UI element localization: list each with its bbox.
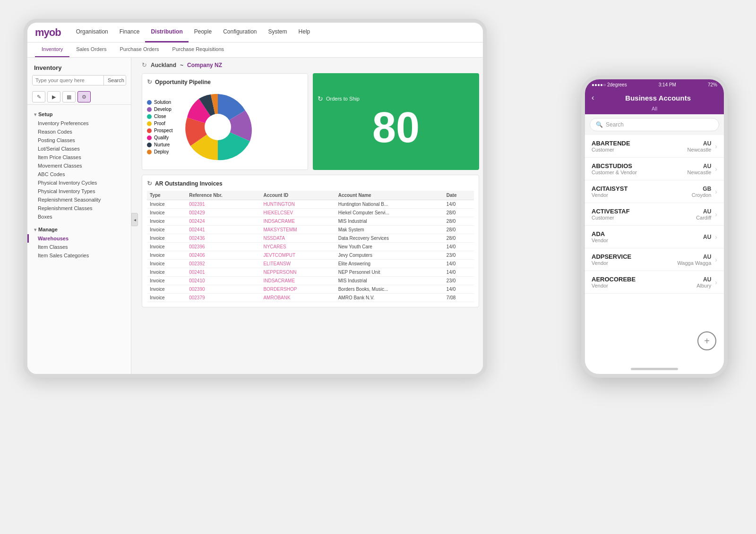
- sidebar-link-physical-cycles[interactable]: Physical Inventory Cycles: [27, 178, 131, 187]
- cell-account-id[interactable]: NYCARES: [260, 243, 335, 251]
- cell-account-id[interactable]: AMROBANK: [260, 294, 335, 302]
- phone-item-type: Vendor: [592, 192, 692, 198]
- phone-nav-subtitle: All: [585, 106, 724, 114]
- dashboard-grid: ↻ Opportunity Pipeline Solution: [142, 73, 479, 307]
- sidebar-title: Inventory: [27, 62, 131, 75]
- pie-chart-container: Solution Develop Close: [147, 89, 303, 165]
- cell-ref[interactable]: 002401: [186, 268, 260, 277]
- nav-configuration[interactable]: Configuration: [217, 23, 262, 42]
- subnav-sales-orders[interactable]: Sales Orders: [69, 42, 113, 57]
- cell-account-id[interactable]: HIEKELCSEV: [260, 209, 335, 217]
- cell-ref[interactable]: 002390: [186, 285, 260, 294]
- phone-item-type: Customer: [592, 215, 696, 220]
- sidebar-search-bar: Search: [32, 75, 126, 85]
- toolbar-edit-button[interactable]: ✎: [32, 91, 45, 102]
- phone-fab-button[interactable]: +: [697, 331, 716, 350]
- phone-list-item[interactable]: ADPSERVICE Vendor AU Wagga Wagga ›: [585, 248, 724, 271]
- sidebar-link-abc-codes[interactable]: ABC Codes: [27, 170, 131, 178]
- sidebar-link-warehouses[interactable]: Warehouses: [27, 234, 131, 243]
- phone-list-item[interactable]: ADA Vendor AU ›: [585, 226, 724, 248]
- sidebar-link-physical-types[interactable]: Physical Inventory Types: [27, 187, 131, 195]
- subnav-purchase-orders[interactable]: Purchase Orders: [113, 42, 165, 57]
- legend-dot-qualify: [147, 136, 152, 140]
- collapse-sidebar-button[interactable]: ◂: [131, 213, 138, 226]
- phone-item-info: ADA Vendor: [592, 230, 703, 243]
- sidebar-setup-section: Setup Inventory Preferences Reason Codes…: [27, 108, 131, 223]
- invoices-table: Type Reference Nbr. Account ID Account N…: [147, 191, 474, 302]
- cell-ref[interactable]: 002429: [186, 209, 260, 217]
- phone-item-name: ABARTENDE: [592, 140, 687, 147]
- myob-logo: myob: [35, 26, 61, 39]
- cell-ref[interactable]: 002406: [186, 251, 260, 260]
- nav-distribution[interactable]: Distribution: [145, 23, 188, 42]
- toolbar-chart-button[interactable]: ▦: [62, 91, 76, 102]
- phone-carrier: ●●●●○ 2degrees: [592, 82, 627, 87]
- cell-account-id[interactable]: INDSACRAME: [260, 277, 335, 285]
- cell-ref[interactable]: 002410: [186, 277, 260, 285]
- legend-dot-proof: [147, 121, 152, 126]
- sidebar-manage-section: Manage Warehouses Item Classes Item Sale…: [27, 223, 131, 262]
- nav-system[interactable]: System: [263, 23, 293, 42]
- phone-list-item[interactable]: ACTIVESTAF Customer AU Cardiff ›: [585, 203, 724, 226]
- cell-account-name: NEP Personnel Unit: [335, 268, 444, 277]
- cell-account-id[interactable]: HUNTINGTON: [260, 200, 335, 209]
- toolbar-play-button[interactable]: ▶: [47, 91, 60, 102]
- cell-ref[interactable]: 002379: [186, 294, 260, 302]
- col-type: Type: [147, 191, 186, 200]
- phone-item-country: AU: [687, 163, 712, 170]
- cell-account-id[interactable]: MAKSYSTEMM: [260, 226, 335, 234]
- cell-ref[interactable]: 002424: [186, 217, 260, 226]
- cell-account-id[interactable]: INDSACRAME: [260, 217, 335, 226]
- sidebar-link-item-sales-categories[interactable]: Item Sales Categories: [27, 251, 131, 260]
- sidebar-search-input[interactable]: [33, 76, 103, 85]
- nav-organisation[interactable]: Organisation: [70, 23, 114, 42]
- cell-ref[interactable]: 002392: [186, 260, 260, 268]
- cell-ref[interactable]: 002396: [186, 243, 260, 251]
- cell-date: 14/0: [444, 243, 474, 251]
- sidebar-manage-header[interactable]: Manage: [27, 225, 131, 234]
- orders-refresh-icon[interactable]: ↻: [318, 95, 323, 102]
- toolbar-gear-button[interactable]: ⚙: [77, 91, 91, 102]
- phone-list-item[interactable]: AEROCOREBE Vendor AU Albury ›: [585, 271, 724, 294]
- cell-account-id[interactable]: NEPPERSONN: [260, 268, 335, 277]
- nav-finance[interactable]: Finance: [114, 23, 146, 42]
- phone-item-type: Vendor: [592, 237, 703, 243]
- phone-search-container[interactable]: 🔍 Search: [590, 118, 719, 131]
- phone-list-item[interactable]: ACITAISYST Vendor GB Croydon ›: [585, 180, 724, 203]
- cell-account-name: Jevy Computers: [335, 251, 444, 260]
- opportunity-refresh-icon[interactable]: ↻: [147, 78, 152, 85]
- cell-ref[interactable]: 002441: [186, 226, 260, 234]
- cell-account-id[interactable]: JEVTCOMPUT: [260, 251, 335, 260]
- cell-ref[interactable]: 002436: [186, 234, 260, 243]
- legend-dot-prospect: [147, 128, 152, 133]
- sidebar-link-posting-classes[interactable]: Posting Classes: [27, 136, 131, 144]
- phone-list-item[interactable]: ABARTENDE Customer AU Newcastle ›: [585, 135, 724, 158]
- cell-account-id[interactable]: ELITEANSW: [260, 260, 335, 268]
- nav-help[interactable]: Help: [293, 23, 316, 42]
- sidebar-link-reason-codes[interactable]: Reason Codes: [27, 127, 131, 136]
- sidebar-link-boxes[interactable]: Boxes: [27, 212, 131, 221]
- nav-people[interactable]: People: [189, 23, 217, 42]
- sidebar-link-inventory-preferences[interactable]: Inventory Preferences: [27, 119, 131, 127]
- refresh-icon[interactable]: ↻: [142, 61, 147, 68]
- phone-list-item[interactable]: ABCSTUDIOS Customer & Vendor AU Newcastl…: [585, 158, 724, 180]
- sidebar-setup-header[interactable]: Setup: [27, 110, 131, 119]
- cell-account-id[interactable]: NSSDATA: [260, 234, 335, 243]
- subnav-inventory[interactable]: Inventory: [35, 42, 69, 57]
- sidebar-link-item-classes[interactable]: Item Classes: [27, 243, 131, 251]
- phone-item-name: ADPSERVICE: [592, 253, 677, 260]
- sidebar-link-replenishment-seasonality[interactable]: Replenishment Seasonality: [27, 195, 131, 204]
- sidebar-link-movement-classes[interactable]: Movement Classes: [27, 161, 131, 170]
- sidebar-link-item-price[interactable]: Item Price Classes: [27, 153, 131, 161]
- cell-account-id[interactable]: BORDERSHOP: [260, 285, 335, 294]
- phone-back-button[interactable]: ‹: [592, 93, 594, 102]
- subnav-purchase-requisitions[interactable]: Purchase Requisitions: [166, 42, 231, 57]
- sidebar-link-lot-serial[interactable]: Lot/Serial Classes: [27, 144, 131, 153]
- phone-home-indicator[interactable]: [631, 368, 678, 370]
- company-tag[interactable]: Company NZ: [187, 62, 222, 68]
- phone-frame: ●●●●○ 2degrees 3:14 PM 72% ‹ Business Ac…: [581, 76, 728, 378]
- sidebar-link-replenishment-classes[interactable]: Replenishment Classes: [27, 204, 131, 212]
- ar-refresh-icon[interactable]: ↻: [147, 180, 152, 187]
- cell-ref[interactable]: 002391: [186, 200, 260, 209]
- sidebar-search-button[interactable]: Search: [103, 76, 126, 85]
